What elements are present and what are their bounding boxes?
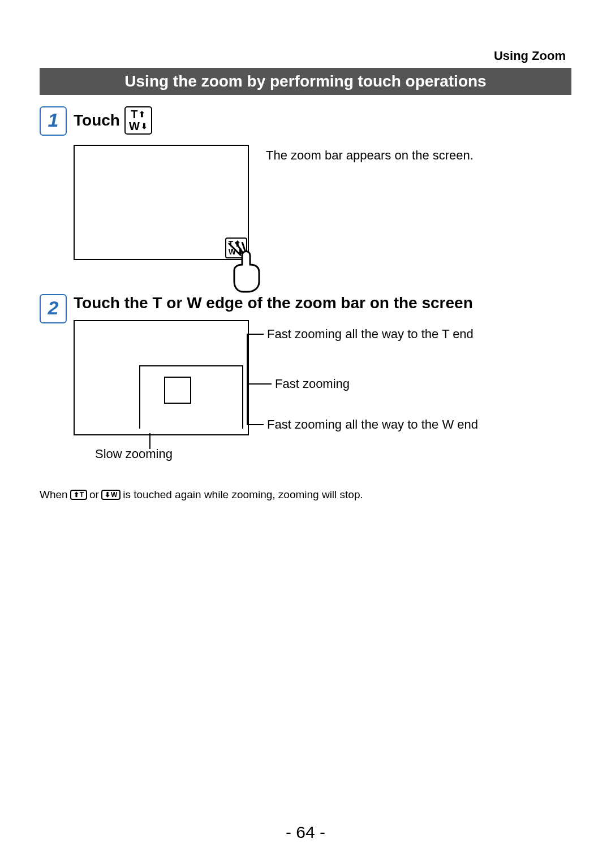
banner-title: Using the zoom by performing touch opera… bbox=[40, 68, 571, 95]
arrow-up-icon: ⬆ bbox=[74, 491, 79, 499]
step-body: Touch T⬆ W⬇ T⬆ W⬇ bbox=[74, 106, 571, 260]
label-slow-zoom: Slow zooming bbox=[95, 447, 173, 461]
step-title-text: Touch the T or W edge of the zoom bar on… bbox=[74, 294, 473, 312]
icon-letter-w: W bbox=[129, 120, 140, 132]
label-fast-w: Fast zooming all the way to the W end bbox=[267, 417, 478, 432]
touch-hand-icon bbox=[225, 242, 270, 293]
step-title: Touch the T or W edge of the zoom bar on… bbox=[74, 294, 571, 312]
zoom-tw-icon: T⬆ W⬇ bbox=[124, 106, 152, 135]
arrow-down-icon: ⬇ bbox=[141, 122, 148, 131]
note-or: or bbox=[89, 489, 99, 501]
leader-line bbox=[247, 383, 272, 385]
zoom-bar-outline bbox=[139, 365, 243, 429]
step-body: Touch the T or W edge of the zoom bar on… bbox=[74, 294, 571, 473]
step-number: 1 bbox=[40, 106, 67, 136]
zoom-bar-diagram: Slow zooming Fast zooming all the way to… bbox=[74, 320, 566, 473]
svg-line-0 bbox=[229, 243, 241, 256]
leader-line bbox=[247, 424, 264, 425]
step-1: 1 Touch T⬆ W⬇ T⬆ W⬇ bbox=[40, 106, 571, 260]
arrow-up-icon: ⬆ bbox=[139, 110, 145, 119]
step-title: Touch T⬆ W⬇ bbox=[74, 106, 571, 135]
step-number: 2 bbox=[40, 294, 67, 323]
zoom-t-icon: ⬆T bbox=[70, 490, 87, 500]
manual-page: Using Zoom Using the zoom by performing … bbox=[0, 0, 611, 868]
note-prefix: When bbox=[40, 489, 68, 501]
leader-line bbox=[247, 334, 248, 425]
icon-letter-w: W bbox=[111, 491, 117, 499]
zoom-bar-knob bbox=[164, 377, 191, 404]
arrow-down-icon: ⬇ bbox=[105, 491, 110, 499]
note-suffix: is touched again while zooming, zooming … bbox=[123, 489, 363, 501]
label-fast-t: Fast zooming all the way to the T end bbox=[267, 327, 474, 342]
icon-letter-t: T bbox=[80, 491, 84, 499]
touchscreen-illustration: T⬆ W⬇ bbox=[74, 145, 249, 260]
step-illustration-row: T⬆ W⬇ The zoom bar appears on the screen… bbox=[74, 145, 571, 260]
zoom-w-icon: ⬇W bbox=[101, 490, 121, 500]
label-fast: Fast zooming bbox=[275, 377, 350, 391]
step-description: The zoom bar appears on the screen. bbox=[266, 148, 474, 260]
footnote: When ⬆T or ⬇W is touched again while zoo… bbox=[40, 489, 571, 501]
section-header: Using Zoom bbox=[494, 49, 566, 63]
icon-letter-t: T bbox=[131, 109, 137, 120]
page-number: - 64 - bbox=[0, 823, 611, 842]
leader-line bbox=[247, 334, 264, 335]
step-2: 2 Touch the T or W edge of the zoom bar … bbox=[40, 294, 571, 473]
step-title-prefix: Touch bbox=[74, 111, 120, 129]
